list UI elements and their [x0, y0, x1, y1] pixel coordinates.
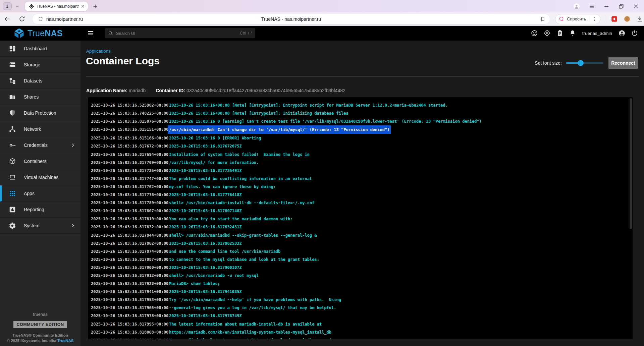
log-line: 2025-10-26 15:03:16.817807+00:00 2025-10…: [91, 207, 633, 215]
window-restore-button[interactable]: [618, 3, 625, 10]
site-security-shield-icon[interactable]: [38, 16, 43, 22]
truenas-header: TrueNAS Ctrl + / truenas_admin: [0, 26, 644, 41]
log-message: --general-log gives you a log in /var/li…: [169, 304, 336, 312]
sidebar-item[interactable]: Network: [0, 121, 80, 137]
new-tab-button[interactable]: [92, 3, 98, 9]
sidebar-item[interactable]: System: [0, 218, 80, 234]
log-message: and use the command line tool /usr/bin/m…: [169, 247, 280, 255]
logged-in-username[interactable]: truenas_admin: [582, 31, 612, 36]
sidebar-item-label: Dashboard: [24, 46, 47, 51]
sidebar-item[interactable]: Datasets: [0, 73, 80, 89]
log-timestamp: 2025-10-26 15:03:16.815166+00:00: [91, 134, 169, 142]
credentials-icon: [9, 141, 16, 149]
power-icon[interactable]: [631, 30, 638, 37]
log-line: 2025-10-26 15:03:16.817941+00:00 2025-10…: [91, 288, 633, 296]
jobs-clipboard-icon[interactable]: [556, 30, 564, 37]
log-timestamp: 2025-10-26 15:03:16.817928+00:00: [91, 280, 169, 288]
log-line: 2025-10-26 15:03:16.818008+00:00 https:/…: [91, 328, 633, 336]
truenas-link[interactable]: TrueNAS: [57, 339, 74, 343]
brand-prefix: True: [28, 28, 45, 38]
chevron-down-icon[interactable]: [15, 4, 20, 9]
downloads-icon[interactable]: [636, 15, 643, 22]
log-line: 2025-10-26 15:03:16.817900+00:00 2025-10…: [91, 264, 633, 272]
sidebar-item[interactable]: Credentials: [0, 137, 80, 153]
browser-tab[interactable]: TrueNAS - nas.moipartn: [25, 2, 88, 11]
truecommand-icon[interactable]: [543, 30, 551, 37]
log-timestamp: 2025-10-26 15:03:16.817832+00:00: [91, 223, 169, 231]
sidebar-item-label: Datasets: [24, 78, 42, 83]
log-timestamp: 2025-10-26 15:03:16.817762+00:00: [91, 183, 169, 191]
log-line: 2025-10-26 15:03:16.817747+00:00 The pro…: [91, 175, 633, 183]
search-input[interactable]: [116, 31, 240, 36]
sidebar-item[interactable]: Shares: [0, 89, 80, 105]
font-size-slider[interactable]: [566, 60, 603, 66]
log-line: 2025-10-26 15:03:16.817928+00:00 MariaDB…: [91, 280, 633, 288]
sidebar-item[interactable]: Storage: [0, 57, 80, 73]
log-timestamp: 2025-10-26 15:03:16.817819+00:00: [91, 215, 169, 223]
log-scrollbar[interactable]: [630, 98, 632, 229]
ask-label: Спросить: [567, 16, 586, 21]
sidebar-item[interactable]: Virtual Machines: [0, 169, 80, 185]
window-minimize-button[interactable]: [603, 3, 610, 10]
log-message: 2025-10-26T15:03:16.817776418Z: [169, 191, 242, 199]
browser-profile-avatar[interactable]: [573, 3, 580, 10]
user-avatar-icon[interactable]: [618, 30, 626, 37]
more-options-icon[interactable]: [592, 16, 597, 22]
reload-icon[interactable]: [18, 15, 25, 22]
log-message: 2025-10-26 15:03:16+00:00 [Note] [Entryp…: [169, 109, 348, 117]
application-name-label: Application Name:: [86, 88, 127, 93]
alerts-bell-icon[interactable]: [569, 30, 576, 37]
extension-red-icon[interactable]: [611, 15, 618, 22]
log-timestamp: 2025-10-26 15:03:16.817995+00:00: [91, 320, 169, 328]
browser-menu-icon[interactable]: [588, 3, 595, 10]
log-message: You can also try to start the mariadbd d…: [169, 215, 292, 223]
back-icon[interactable]: [4, 15, 11, 22]
sidebar-item-label: Shares: [24, 94, 39, 100]
reconnect-button[interactable]: Reconnect: [608, 57, 638, 69]
log-timestamp: 2025-10-26 15:03:16.525902+00:00: [91, 101, 169, 109]
log-message: The latest information about mariadb-ins…: [169, 320, 322, 328]
sidebar-item[interactable]: Data Protection: [0, 105, 80, 121]
sidebar-toggle-hamburger-icon[interactable]: [87, 29, 95, 37]
log-line: 2025-10-26 15:03:16.817819+00:00 You can…: [91, 215, 633, 223]
log-message: 2025-10-26T15:03:16.817862533Z: [169, 239, 242, 247]
log-message: 2025-10-26T15:03:16.817832431Z: [169, 223, 242, 231]
log-timestamp: 2025-10-26 15:03:16.817735+00:00: [91, 167, 169, 175]
bookmark-icon[interactable]: [540, 16, 546, 22]
apps-icon: [9, 190, 16, 197]
sidebar-item[interactable]: Containers: [0, 153, 80, 169]
browser-tabstrip: 1 TrueNAS - nas.moipartn: [0, 0, 644, 12]
truenas-logo[interactable]: TrueNAS: [13, 28, 63, 39]
sidebar-item-label: Network: [24, 126, 41, 132]
sidebar-item[interactable]: Reporting: [0, 201, 80, 218]
log-timestamp: 2025-10-26 15:03:16.818008+00:00: [91, 328, 169, 336]
log-message: You can find the latest source at https:…: [169, 336, 331, 339]
ask-button[interactable]: Спросить: [555, 14, 600, 24]
font-size-slider-thumb[interactable]: [578, 60, 584, 66]
global-search[interactable]: Ctrl + /: [105, 28, 255, 38]
log-timestamp: 2025-10-26 15:03:16.817874+00:00: [91, 247, 169, 255]
window-close-button[interactable]: [633, 3, 639, 10]
log-timestamp: 2025-10-26 15:03:16.817776+00:00: [91, 191, 169, 199]
address-bar[interactable]: nas.moipartner.ru TrueNAS - nas.moipartn…: [33, 14, 550, 24]
sidebar-item[interactable]: Apps: [0, 185, 80, 201]
tab-close-icon[interactable]: [80, 4, 85, 9]
cookie-extension-icon[interactable]: [624, 15, 631, 22]
brand-suffix: NAS: [45, 28, 62, 38]
log-message: The problem could be conflicting informa…: [169, 175, 312, 183]
virtual-machines-icon: [9, 174, 16, 181]
browser-urlbar: nas.moipartner.ru TrueNAS - nas.moipartn…: [0, 12, 644, 26]
copyright: © 2025 iXsystems, Inc. dba TrueNAS: [0, 339, 80, 343]
tab-counter[interactable]: 1: [3, 2, 12, 10]
log-line: 2025-10-26 15:03:16.817978+00:00 2025-10…: [91, 312, 633, 320]
ask-sparkle-icon: [558, 16, 565, 22]
feedback-smiley-icon[interactable]: [531, 30, 538, 37]
log-line: 2025-10-26 15:03:16.815151+00:00 /usr/sb…: [91, 125, 633, 134]
sidebar-item-label: Storage: [24, 62, 40, 67]
log-line: 2025-10-26 15:03:16.817887+00:00 to conn…: [91, 255, 633, 264]
sidebar-item[interactable]: Dashboard: [0, 41, 80, 57]
log-message: shell> /usr/sbin/mariadbd --skip-grant-t…: [169, 231, 317, 239]
log-line: 2025-10-26 15:03:16.815166+00:00 2025-10…: [91, 134, 633, 142]
breadcrumb-applications[interactable]: Applications: [86, 49, 111, 54]
sidebar-item-label: Data Protection: [24, 110, 56, 116]
